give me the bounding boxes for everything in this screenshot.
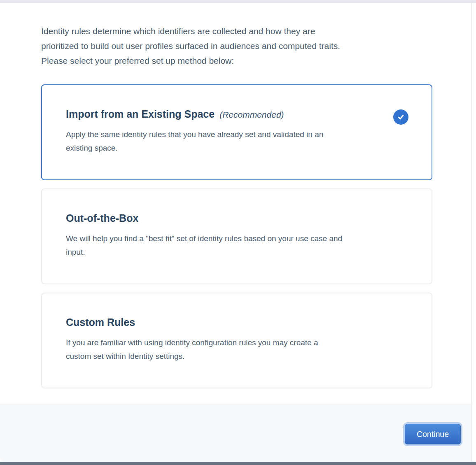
intro-line: Identity rules determine which identifie… (41, 24, 445, 39)
identity-setup-modal: Identity rules determine which identifie… (0, 3, 472, 462)
description-line: If you are familiar with using identity … (66, 336, 386, 349)
check-icon (397, 113, 405, 121)
card-title-row: Import from an Existing Space (Recommend… (66, 107, 386, 121)
option-title: Import from an Existing Space (66, 107, 215, 121)
option-card-import-existing-space[interactable]: Import from an Existing Space (Recommend… (41, 84, 432, 180)
description-line: Apply the same identity rules that you h… (66, 128, 386, 141)
description-line: We will help you find a "best fit" set o… (66, 232, 386, 245)
intro-text: Identity rules determine which identifie… (41, 24, 445, 68)
setup-method-options: Import from an Existing Space (Recommend… (41, 84, 432, 388)
description-line: custom set within Identity settings. (66, 349, 386, 363)
intro-line: prioritized to build out user profiles s… (41, 39, 445, 53)
page-bottom-edge (0, 462, 476, 465)
option-title: Custom Rules (66, 316, 135, 329)
description-line: input. (66, 245, 386, 259)
card-title-row: Out-of-the-Box (66, 212, 386, 225)
card-title-row: Custom Rules (66, 316, 386, 329)
page-top-edge (0, 0, 476, 3)
modal-footer: Continue (0, 405, 471, 462)
option-title: Out-of-the-Box (66, 212, 138, 225)
recommended-badge: (Recommended) (219, 110, 284, 120)
option-card-out-of-the-box[interactable]: Out-of-the-Box We will help you find a "… (41, 188, 432, 284)
option-card-custom-rules[interactable]: Custom Rules If you are familiar with us… (41, 293, 432, 388)
option-description: If you are familiar with using identity … (66, 336, 386, 363)
option-description: Apply the same identity rules that you h… (66, 128, 386, 155)
modal-body: Identity rules determine which identifie… (0, 3, 471, 405)
continue-button[interactable]: Continue (405, 424, 461, 444)
option-description: We will help you find a "best fit" set o… (66, 232, 386, 259)
intro-line: Please select your preferred set up meth… (41, 53, 445, 68)
selected-check-icon (393, 109, 408, 125)
description-line: existing space. (66, 141, 386, 155)
